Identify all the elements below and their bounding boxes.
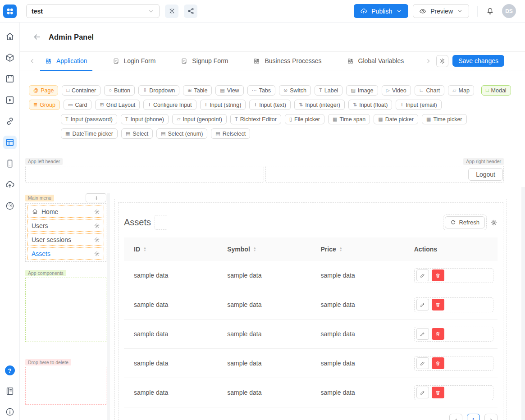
column-header-price[interactable]: Price▲▼: [311, 246, 404, 253]
delete-button[interactable]: [432, 357, 444, 369]
gear-icon[interactable]: [94, 237, 100, 243]
sort-icon[interactable]: ▲▼: [143, 247, 146, 252]
palette-item-configure-input[interactable]: TConfigure Input: [143, 100, 196, 110]
palette-item-input-text[interactable]: TInput (text): [249, 100, 290, 110]
menu-item-assets[interactable]: Assets: [27, 247, 104, 260]
delete-button[interactable]: [432, 269, 444, 281]
palette-item-select[interactable]: ▤Select: [121, 128, 153, 139]
rail-item-board[interactable]: [3, 72, 17, 86]
menu-item-user-sessions[interactable]: User sessions: [27, 233, 104, 246]
rail-item-monitoring[interactable]: [3, 199, 17, 213]
palette-item-relselect[interactable]: ▤Relselect: [211, 128, 250, 139]
palette-item-input-float[interactable]: ⇅Input (float): [348, 100, 392, 110]
palette-item-time-picker[interactable]: ▦Time picker: [422, 114, 467, 124]
publish-button[interactable]: Publish: [354, 4, 408, 18]
sort-icon[interactable]: ▲▼: [339, 247, 342, 252]
save-changes-button[interactable]: Save changes: [452, 55, 504, 67]
palette-item-tabs[interactable]: ⋯Tabs: [247, 85, 275, 96]
menu-item-users[interactable]: Users: [27, 219, 104, 232]
palette-item-date-picker[interactable]: ▦Date picker: [374, 114, 418, 124]
palette-item-select-enum[interactable]: ▤Select (enum): [156, 128, 207, 139]
rail-item-integrations[interactable]: [3, 114, 17, 128]
palette-item-label[interactable]: TLabel: [315, 85, 342, 96]
add-page-button[interactable]: [86, 193, 106, 202]
column-header-id[interactable]: ID▲▼: [124, 246, 217, 253]
tab-application[interactable]: Application: [38, 52, 94, 70]
app-logo[interactable]: [0, 5, 20, 18]
palette-item-video[interactable]: ▷Video: [382, 85, 411, 96]
palette-item-input-string[interactable]: TInput (string): [200, 100, 246, 110]
palette-item-switch[interactable]: ⊙Switch: [279, 85, 311, 96]
actions-drop-zone[interactable]: [414, 297, 493, 312]
palette-item-button[interactable]: ○Button: [104, 85, 135, 96]
avatar[interactable]: DS: [502, 4, 516, 18]
palette-item-map[interactable]: ▱Map: [448, 85, 474, 96]
gear-icon[interactable]: [94, 251, 100, 257]
edit-button[interactable]: [416, 328, 429, 340]
rail-item-docs[interactable]: [3, 384, 17, 398]
gear-icon[interactable]: [94, 223, 100, 229]
palette-item-page[interactable]: @Page: [29, 85, 58, 96]
rail-item-help[interactable]: ?: [3, 364, 17, 377]
tab-business-processes[interactable]: Business Processes: [247, 52, 328, 70]
sort-icon[interactable]: ▲▼: [253, 247, 256, 252]
tabs-scroll-right[interactable]: [422, 58, 434, 64]
palette-item-card[interactable]: ▭Card: [64, 100, 92, 110]
delete-button[interactable]: [432, 387, 444, 398]
palette-item-input-phone[interactable]: TInput (phone): [121, 114, 169, 124]
actions-drop-zone[interactable]: [414, 385, 493, 400]
scrollbar[interactable]: [521, 187, 525, 420]
palette-item-grid-layout[interactable]: ⊞Grid Layout: [95, 100, 140, 110]
tab-global-variables[interactable]: Global Variables: [340, 52, 411, 70]
rail-item-web-builder[interactable]: [3, 136, 17, 149]
palette-item-image[interactable]: ▨Image: [346, 85, 378, 96]
palette-item-input-password[interactable]: TInput (password): [61, 114, 117, 124]
pagination-next[interactable]: [484, 414, 498, 420]
palette-item-input-geopoint[interactable]: ▱Input (geopoint): [172, 114, 227, 124]
pagination-page-1[interactable]: 1: [467, 414, 480, 420]
title-drop-slot[interactable]: [155, 215, 167, 230]
rail-item-home[interactable]: [3, 30, 17, 43]
palette-item-table[interactable]: ⊞Table: [183, 85, 212, 96]
notifications-button[interactable]: [486, 7, 494, 15]
actions-drop-zone[interactable]: [414, 327, 493, 342]
palette-item-input-integer[interactable]: ⇅Input (integer): [294, 100, 345, 110]
palette-item-modal[interactable]: □Modal: [481, 85, 511, 96]
edit-button[interactable]: [416, 269, 429, 281]
app-settings-button[interactable]: [165, 5, 178, 18]
app-components-zone[interactable]: [25, 278, 106, 342]
rail-item-media[interactable]: [3, 93, 17, 107]
rail-item-modules[interactable]: [3, 51, 17, 64]
pagination-prev[interactable]: [449, 414, 462, 420]
back-arrow-icon[interactable]: [33, 33, 41, 41]
actions-drop-zone[interactable]: [414, 268, 493, 283]
palette-item-view[interactable]: ▤View: [215, 85, 243, 96]
page-drop-zone[interactable]: Assets Refresh: [114, 199, 507, 420]
pages-settings-button[interactable]: [436, 55, 448, 67]
delete-button[interactable]: [432, 328, 444, 340]
palette-item-datetime-picker[interactable]: ▦DateTime picker: [61, 128, 118, 139]
logout-button[interactable]: Logout: [468, 168, 503, 181]
rail-item-mobile[interactable]: [3, 157, 17, 170]
left-column-scrollbar[interactable]: [107, 193, 110, 420]
actions-drop-zone[interactable]: [414, 356, 493, 371]
edit-button[interactable]: [416, 387, 429, 398]
share-button[interactable]: [184, 5, 197, 18]
app-right-header-zone[interactable]: Logout: [265, 166, 504, 183]
palette-item-dropdown[interactable]: ⇩Dropdown: [138, 85, 179, 96]
refresh-button[interactable]: Refresh: [445, 216, 485, 228]
palette-item-file-picker[interactable]: ▯File picker: [285, 114, 324, 124]
preview-button[interactable]: Preview: [413, 4, 469, 18]
edit-button[interactable]: [416, 357, 429, 369]
palette-item-container[interactable]: □Container: [62, 85, 100, 96]
app-left-header-zone[interactable]: [25, 166, 264, 183]
palette-item-chart[interactable]: ∟Chart: [415, 85, 444, 96]
column-header-symbol[interactable]: Symbol▲▼: [217, 246, 310, 253]
palette-item-group[interactable]: ≣Group: [29, 100, 60, 110]
tab-login-form[interactable]: Login Form: [106, 52, 163, 70]
gear-icon[interactable]: [94, 209, 100, 215]
palette-item-input-email[interactable]: TInput (email): [396, 100, 441, 110]
view-container[interactable]: Assets Refresh: [118, 202, 503, 420]
palette-item-time-span[interactable]: ▦Time span: [328, 114, 370, 124]
view-settings-gear-icon[interactable]: [490, 219, 498, 226]
